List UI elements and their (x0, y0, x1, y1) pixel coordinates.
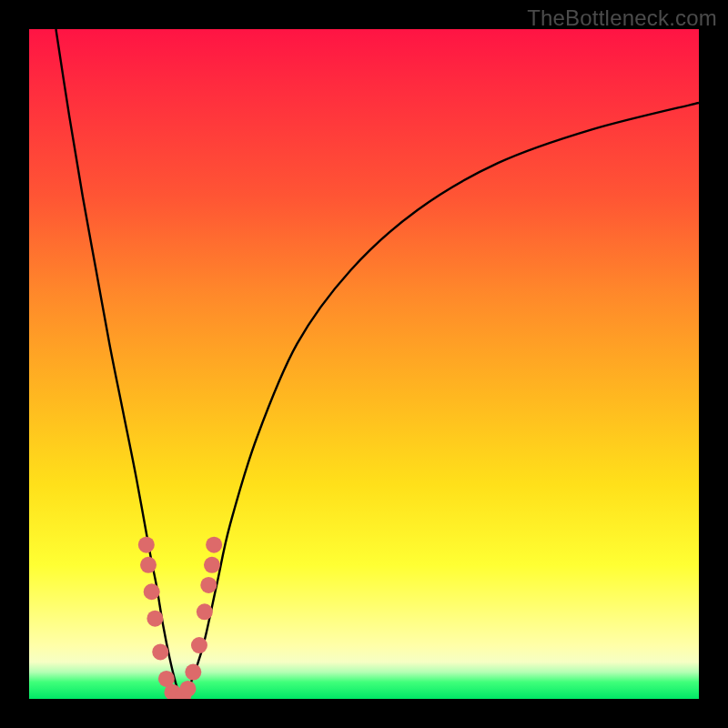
marker-dot (138, 537, 155, 553)
marker-dot (204, 557, 220, 573)
marker-dot (200, 577, 217, 593)
marker-dot (206, 537, 222, 553)
curve-layer (29, 29, 699, 699)
plot-area (29, 29, 699, 699)
marker-dot (185, 664, 201, 681)
marker-dot (191, 637, 207, 653)
marker-dot (147, 611, 163, 627)
marker-dot (152, 643, 168, 660)
chart-frame: TheBottleneck.com (0, 0, 728, 728)
watermark-text: TheBottleneck.com (527, 5, 717, 31)
marker-dot (144, 583, 160, 600)
marker-dot (140, 557, 157, 573)
marker-dot (179, 681, 196, 697)
marker-cluster (138, 537, 222, 699)
marker-dot (197, 603, 213, 620)
